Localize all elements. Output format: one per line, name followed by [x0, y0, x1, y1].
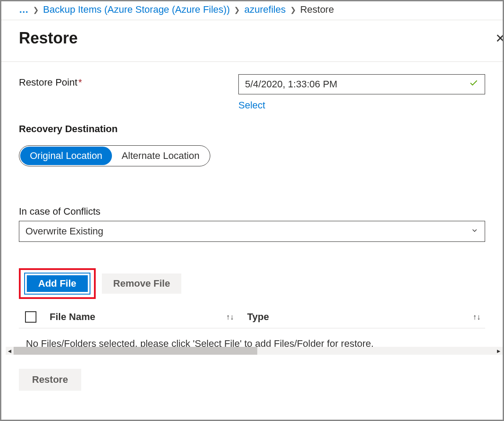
file-table-header: File Name ↑↓ Type ↑↓	[19, 311, 485, 328]
sort-icon[interactable]: ↑↓	[473, 313, 481, 322]
breadcrumb-restore: Restore	[300, 4, 334, 15]
scrollbar-thumb[interactable]	[14, 347, 257, 355]
remove-file-button[interactable]: Remove File	[102, 273, 182, 294]
chevron-right-icon: ❯	[290, 6, 296, 14]
chevron-down-icon	[471, 227, 479, 237]
toggle-original-location[interactable]: Original Location	[20, 147, 112, 165]
recovery-destination-heading: Recovery Destination	[19, 123, 485, 135]
add-file-button[interactable]: Add File	[25, 273, 90, 294]
empty-message: No Files/Folders selected, please click …	[26, 338, 485, 347]
breadcrumb: … ❯ Backup Items (Azure Storage (Azure F…	[1, 1, 503, 20]
chevron-right-icon: ❯	[33, 6, 39, 14]
restore-point-value: 5/4/2020, 1:33:06 PM	[245, 79, 337, 90]
recovery-destination-toggle: Original Location Alternate Location	[19, 145, 210, 166]
restore-point-label: Restore Point*	[19, 74, 238, 88]
breadcrumb-ellipsis[interactable]: …	[19, 4, 29, 15]
col-type[interactable]: Type	[247, 311, 269, 323]
chevron-right-icon: ❯	[234, 6, 240, 14]
breadcrumb-azurefiles[interactable]: azurefiles	[244, 4, 285, 15]
select-all-checkbox[interactable]	[25, 311, 36, 323]
col-file-name[interactable]: File Name	[50, 311, 95, 323]
panel-header: Restore ✕	[1, 20, 503, 62]
conflicts-dropdown[interactable]: Overwrite Existing	[19, 221, 485, 242]
checkmark-icon	[469, 78, 479, 90]
scroll-left-arrow[interactable]: ◀	[6, 347, 14, 355]
select-restore-point-link[interactable]: Select	[238, 100, 265, 111]
horizontal-scrollbar[interactable]: ◀ ▶	[6, 347, 503, 355]
toggle-alternate-location[interactable]: Alternate Location	[112, 147, 209, 165]
restore-point-input[interactable]: 5/4/2020, 1:33:06 PM	[238, 74, 485, 94]
required-asterisk: *	[78, 77, 82, 88]
restore-button[interactable]: Restore	[19, 369, 81, 391]
close-icon[interactable]: ✕	[495, 31, 504, 46]
add-file-highlight: Add File	[19, 268, 96, 299]
scroll-right-arrow[interactable]: ▶	[495, 347, 503, 355]
page-title: Restore	[19, 29, 78, 47]
sort-icon[interactable]: ↑↓	[226, 313, 234, 322]
conflicts-label: In case of Conflicts	[19, 206, 485, 217]
breadcrumb-backup-items[interactable]: Backup Items (Azure Storage (Azure Files…	[43, 4, 230, 15]
conflicts-value: Overwrite Existing	[25, 226, 103, 237]
